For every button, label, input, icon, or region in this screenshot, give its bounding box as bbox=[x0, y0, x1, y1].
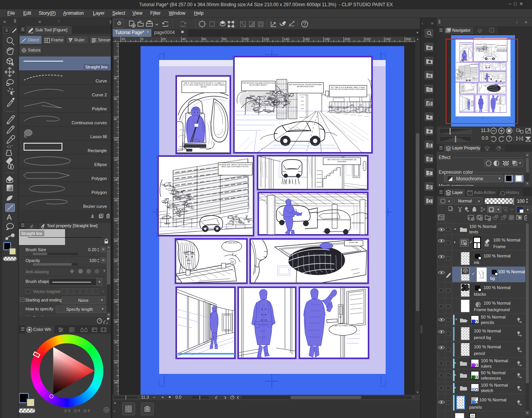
svg-text:A: A bbox=[7, 213, 12, 221]
